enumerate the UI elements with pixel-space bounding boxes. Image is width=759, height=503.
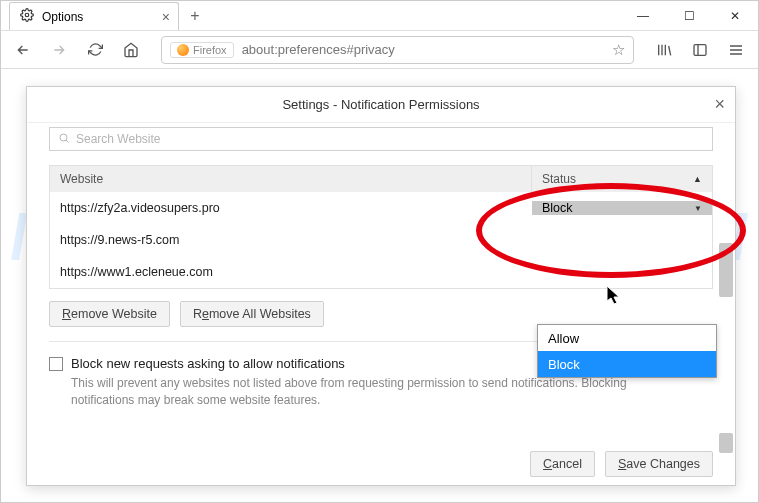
url-text: about:preferences#privacy — [242, 42, 612, 57]
close-window-button[interactable]: ✕ — [712, 1, 758, 31]
sidebar-icon[interactable] — [686, 36, 714, 64]
table-row[interactable]: https://zfy2a.videosupers.pro Block ▼ — [50, 192, 712, 224]
dialog-footer: Cancel Save Changes — [530, 451, 713, 477]
column-status[interactable]: Status ▲ — [532, 166, 712, 192]
svg-rect-1 — [694, 44, 706, 55]
firefox-badge-label: Firefox — [193, 44, 227, 56]
menu-icon[interactable] — [722, 36, 750, 64]
gear-icon — [20, 8, 34, 25]
firefox-icon — [177, 44, 189, 56]
dialog-title: Settings - Notification Permissions — [282, 97, 479, 112]
status-dropdown-menu: Allow Block — [537, 324, 717, 378]
nav-toolbar: Firefox about:preferences#privacy ☆ — [1, 31, 758, 69]
notification-permissions-dialog: Settings - Notification Permissions × Se… — [26, 86, 736, 486]
column-website[interactable]: Website — [50, 166, 532, 192]
tab-strip: Options × + — [1, 1, 620, 30]
window-controls: — ☐ ✕ — [620, 1, 758, 31]
scrollbar-thumb[interactable] — [719, 243, 733, 297]
url-bar[interactable]: Firefox about:preferences#privacy ☆ — [161, 36, 634, 64]
chevron-down-icon: ▼ — [694, 204, 702, 213]
remove-website-button[interactable]: Remove Website — [49, 301, 170, 327]
table-row[interactable]: https://9.news-r5.com — [50, 224, 712, 256]
minimize-button[interactable]: — — [620, 1, 666, 31]
back-button[interactable] — [9, 36, 37, 64]
permissions-table: Website Status ▲ https://zfy2a.videosupe… — [49, 165, 713, 289]
svg-point-2 — [60, 134, 67, 141]
dialog-close-icon[interactable]: × — [714, 94, 725, 115]
dropdown-option-allow[interactable]: Allow — [538, 325, 716, 351]
svg-point-0 — [25, 13, 29, 17]
search-website-input[interactable]: Search Website — [49, 127, 713, 151]
window-titlebar: Options × + — ☐ ✕ — [1, 1, 758, 31]
bookmark-star-icon[interactable]: ☆ — [612, 41, 625, 59]
new-tab-button[interactable]: + — [181, 2, 209, 30]
tab-title: Options — [42, 10, 83, 24]
tab-close-icon[interactable]: × — [162, 9, 170, 25]
block-new-label: Block new requests asking to allow notif… — [71, 356, 345, 371]
dropdown-option-block[interactable]: Block — [538, 351, 716, 377]
save-changes-button[interactable]: Save Changes — [605, 451, 713, 477]
cancel-button[interactable]: Cancel — [530, 451, 595, 477]
website-cell: https://www1.ecleneue.com — [50, 265, 532, 279]
table-header: Website Status ▲ — [50, 166, 712, 192]
table-row[interactable]: https://www1.ecleneue.com — [50, 256, 712, 288]
maximize-button[interactable]: ☐ — [666, 1, 712, 31]
status-dropdown[interactable]: Block ▼ — [532, 201, 712, 215]
library-icon[interactable] — [650, 36, 678, 64]
forward-button[interactable] — [45, 36, 73, 64]
search-placeholder: Search Website — [76, 132, 161, 146]
scrollbar-thumb[interactable] — [719, 433, 733, 453]
search-icon — [58, 132, 70, 147]
sort-arrow-icon: ▲ — [693, 174, 702, 184]
remove-all-websites-button[interactable]: Remove All Websites — [180, 301, 324, 327]
dialog-body: Search Website Website Status ▲ https://… — [27, 123, 735, 485]
reload-button[interactable] — [81, 36, 109, 64]
website-cell: https://9.news-r5.com — [50, 233, 532, 247]
dialog-header: Settings - Notification Permissions × — [27, 87, 735, 123]
block-new-help-text: This will prevent any websites not liste… — [71, 375, 691, 409]
website-cell: https://zfy2a.videosupers.pro — [50, 201, 532, 215]
block-new-checkbox[interactable] — [49, 357, 63, 371]
home-button[interactable] — [117, 36, 145, 64]
firefox-badge: Firefox — [170, 42, 234, 58]
browser-tab-options[interactable]: Options × — [9, 2, 179, 30]
